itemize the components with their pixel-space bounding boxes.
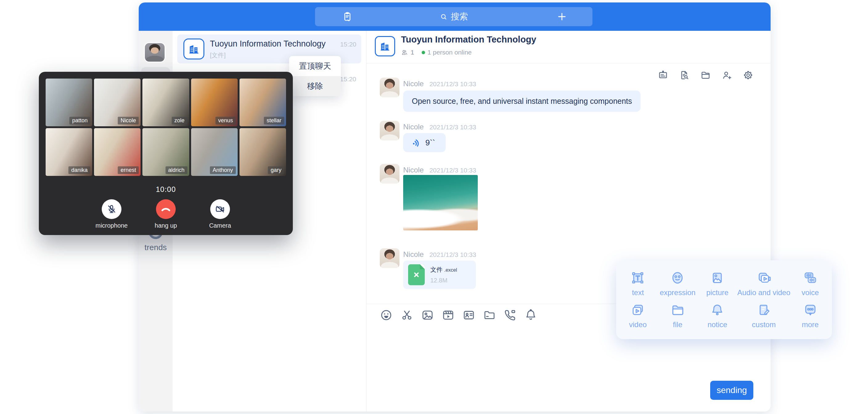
input-toolbar: [380, 309, 537, 323]
message-avatar: [380, 248, 400, 268]
video-call-button[interactable]: [504, 309, 517, 323]
emoji-button[interactable]: [380, 309, 393, 323]
group-files-button[interactable]: [700, 70, 711, 82]
text-message[interactable]: Open source, free, and universal instant…: [403, 91, 641, 112]
send-video-button[interactable]: [442, 309, 455, 323]
plus-icon: [557, 11, 567, 22]
conversation-item-2-time: 15:20: [340, 75, 356, 83]
panel-item-text[interactable]: text: [618, 268, 658, 300]
hang-up-label: hang up: [155, 222, 177, 229]
gear-icon: [743, 70, 753, 81]
image-message[interactable]: [403, 175, 478, 230]
menu-item-remove[interactable]: 移除: [289, 76, 341, 96]
clipboard-phone-icon[interactable]: [342, 11, 352, 23]
message-time: 2021/12/3 10:33: [429, 167, 476, 174]
participant-tile: Nicole: [94, 78, 141, 126]
send-button[interactable]: sending: [710, 381, 753, 400]
document-search-icon: [679, 70, 689, 81]
panel-item-custom[interactable]: custom: [737, 300, 790, 332]
custom-edit-icon: [756, 302, 771, 317]
picture-icon: [710, 270, 725, 285]
beach-photo: [403, 175, 478, 230]
mic-off-icon: [106, 204, 117, 214]
member-count: 1: [410, 49, 414, 56]
message-type-panel: text expression picture Audio and video: [616, 260, 832, 339]
group-notice-button[interactable]: [658, 70, 668, 82]
text-icon: [630, 270, 645, 285]
settings-button[interactable]: [743, 70, 753, 82]
participant-tile: venus: [191, 78, 238, 126]
participant-name: Anthony: [210, 166, 236, 174]
message-avatar: [380, 121, 400, 140]
file-size: 12.8M: [430, 277, 457, 284]
building-icon: [188, 43, 200, 55]
chat-title: Tuoyun Information Technology: [401, 34, 536, 45]
participant-name: Nicole: [118, 117, 139, 124]
sender-name: Nicole: [403, 123, 424, 131]
sender-name: Nicole: [403, 250, 424, 258]
message-time: 2021/12/3 10:33: [429, 124, 476, 131]
folder-icon: [483, 309, 496, 322]
search-bar[interactable]: 搜索: [315, 7, 592, 26]
online-status: 1 person online: [428, 49, 472, 56]
participant-tile: zole: [143, 78, 189, 126]
contact-card-button[interactable]: [462, 309, 475, 323]
sender-name: Nicole: [403, 166, 424, 174]
notice-board-icon: [658, 70, 668, 81]
chat-history-search-button[interactable]: [679, 70, 689, 82]
phone-camera-icon: [504, 309, 517, 322]
voice-duration: 9``: [425, 138, 435, 148]
message-meta: Nicole 2021/12/3 10:33: [403, 250, 476, 259]
participant-name: zole: [172, 117, 187, 124]
participant-grid: patton Nicole zole venus stellar danika …: [45, 78, 286, 176]
participant-tile: patton: [45, 78, 92, 126]
file-ext: .excel: [444, 267, 457, 273]
menu-item-pin[interactable]: 置顶聊天: [289, 56, 341, 76]
notification-button[interactable]: [524, 309, 537, 323]
participant-name: danika: [68, 166, 90, 174]
participant-name: venus: [215, 117, 236, 124]
microphone-label: microphone: [96, 222, 128, 229]
voice-wave-icon: [410, 137, 422, 149]
voice-message[interactable]: 9``: [403, 133, 446, 152]
screenshot-button[interactable]: [400, 309, 413, 323]
panel-item-picture[interactable]: picture: [698, 268, 737, 300]
add-member-button[interactable]: [721, 70, 732, 82]
message-avatar: [380, 164, 400, 184]
file-message[interactable]: 文件.excel 12.8M: [403, 261, 476, 289]
clapper-icon: [442, 309, 455, 322]
panel-item-voice[interactable]: voice: [790, 268, 830, 300]
panel-item-video[interactable]: video: [618, 300, 658, 332]
send-file-button[interactable]: [483, 309, 496, 323]
panel-item-notice[interactable]: notice: [698, 300, 737, 332]
panel-item-expression[interactable]: expression: [658, 268, 698, 300]
emoji-icon: [380, 309, 393, 322]
add-button[interactable]: [557, 11, 567, 23]
sender-name: Nicole: [403, 79, 424, 88]
send-image-button[interactable]: [421, 309, 434, 323]
search-icon: [439, 12, 448, 21]
message-time: 2021/12/3 10:33: [429, 251, 476, 258]
panel-item-more[interactable]: more: [790, 300, 830, 332]
participant-tile: Anthony: [191, 128, 238, 176]
hang-up-button[interactable]: [156, 199, 176, 219]
camera-toggle-button[interactable]: [210, 199, 230, 219]
hang-up-icon: [160, 203, 172, 215]
participant-name: stellar: [264, 117, 284, 124]
trends-label: trends: [139, 243, 173, 252]
participant-tile: aldrich: [143, 128, 189, 176]
panel-item-file[interactable]: file: [658, 300, 698, 332]
camera-label: Camera: [209, 222, 231, 229]
conversation-context-menu: 置顶聊天 移除: [289, 56, 341, 96]
participant-tile: gary: [240, 128, 286, 176]
call-timer: 10:00: [45, 185, 286, 194]
chat-group-avatar: [375, 36, 395, 56]
panel-item-audio-video[interactable]: Audio and video: [737, 268, 790, 300]
user-add-icon: [721, 70, 732, 81]
scissors-icon: [400, 309, 413, 322]
search-placeholder: 搜索: [451, 11, 468, 23]
microphone-toggle-button[interactable]: [102, 199, 121, 219]
my-avatar[interactable]: [145, 43, 164, 62]
message-time: 2021/12/3 10:33: [429, 81, 476, 88]
voice-icon: [803, 270, 818, 285]
